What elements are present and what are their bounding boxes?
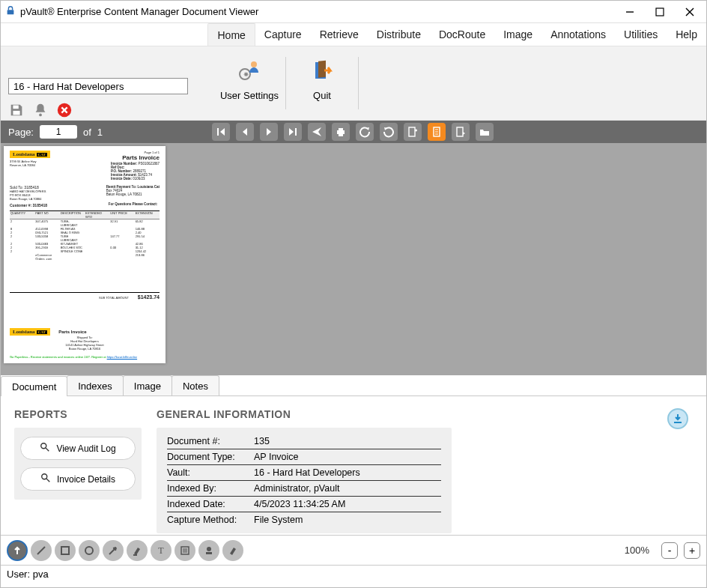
nav-folder-button[interactable]: [476, 123, 494, 141]
nav-first-button[interactable]: [212, 123, 230, 141]
annotation-toolbar: T 100% - +: [1, 535, 706, 565]
save-icon[interactable]: [8, 102, 25, 121]
doc-heading: Parts Invoice: [111, 154, 160, 161]
svg-rect-18: [409, 127, 415, 136]
page-of-label: of: [83, 127, 91, 138]
info-panel: REPORTS View Audit Log Invoice Details G…: [1, 396, 706, 535]
window-title: pVault® Enterprise Content Manager Docum…: [20, 6, 258, 17]
doc-brand: Louisiana CAT: [10, 151, 50, 158]
menu-home[interactable]: Home: [207, 23, 255, 46]
menu-retrieve[interactable]: Retrieve: [311, 23, 368, 46]
menu-distribute[interactable]: Distribute: [368, 23, 430, 46]
tab-document[interactable]: Document: [1, 376, 67, 396]
nav-page-current-button[interactable]: [428, 123, 446, 141]
svg-point-31: [85, 547, 93, 554]
quit-label: Quit: [313, 90, 331, 101]
zoom-out-button[interactable]: -: [661, 542, 678, 559]
doc-addr: 3799 W. Airline HwyReserve, LA 70084: [10, 160, 50, 167]
anno-redact-button[interactable]: [222, 540, 243, 561]
nav-print-button[interactable]: [332, 123, 350, 141]
svg-rect-6: [13, 110, 19, 115]
menu-docroute[interactable]: DocRoute: [430, 23, 494, 46]
svg-rect-40: [206, 552, 212, 554]
menu-capture[interactable]: Capture: [255, 23, 311, 46]
nav-next-button[interactable]: [260, 123, 278, 141]
anno-highlight-button[interactable]: [127, 540, 148, 561]
general-info-header: GENERAL INFORMATION: [157, 408, 452, 420]
bell-icon[interactable]: [32, 102, 49, 121]
svg-point-7: [39, 113, 42, 116]
menu-image[interactable]: Image: [494, 23, 541, 46]
quit-button[interactable]: Quit: [286, 51, 358, 115]
document-page-thumbnail[interactable]: Louisiana CAT 3799 W. Airline HwyReserve…: [4, 146, 166, 363]
row-capture-method: Capture Method:File System: [167, 512, 441, 527]
anno-text-button[interactable]: T: [151, 540, 172, 561]
menu-annotations[interactable]: Annotations: [541, 23, 615, 46]
anno-note-button[interactable]: [175, 540, 195, 561]
document-viewport[interactable]: Louisiana CAT 3799 W. Airline HwyReserve…: [1, 143, 706, 375]
svg-line-27: [46, 479, 49, 482]
anno-circle-button[interactable]: [79, 540, 100, 561]
svg-point-26: [42, 474, 47, 479]
lock-icon: [5, 5, 16, 18]
nav-page-export-button[interactable]: [452, 123, 470, 141]
anno-stamp-button[interactable]: [198, 540, 219, 561]
tab-notes[interactable]: Notes: [172, 375, 219, 395]
maximize-button[interactable]: [652, 4, 667, 19]
status-bar: User: pva: [1, 565, 706, 583]
svg-rect-23: [457, 127, 463, 136]
doc-fields: Invoice Number: PS010621867 Ref Doc: P.O…: [111, 162, 160, 181]
nav-rotate-cw-button[interactable]: [380, 123, 398, 141]
user-settings-button[interactable]: User Settings: [213, 51, 285, 115]
doc-remit: Remit Payment To: Louisiana Cat Box 7402…: [106, 185, 160, 207]
anno-rect-button[interactable]: [55, 540, 76, 561]
tab-indexes[interactable]: Indexes: [67, 375, 124, 395]
doc-line-item: eCommerce Orders .com213.86: [10, 253, 160, 261]
download-button[interactable]: [667, 408, 688, 429]
anno-pointer-button[interactable]: [7, 540, 28, 561]
invoice-details-label: Invoice Details: [57, 474, 115, 485]
search-icon: [40, 473, 51, 485]
nav-last-button[interactable]: [284, 123, 302, 141]
svg-rect-2: [656, 8, 664, 16]
page-current-input[interactable]: [40, 125, 77, 139]
zoom-in-button[interactable]: +: [684, 542, 700, 559]
page-label: Page:: [8, 127, 34, 138]
ribbon: User Settings Quit: [1, 46, 706, 121]
row-document-type: Document Type:AP Invoice: [167, 449, 441, 465]
svg-point-39: [207, 547, 211, 551]
nav-prev-button[interactable]: [236, 123, 254, 141]
view-audit-log-label: View Audit Log: [56, 443, 115, 454]
minimize-button[interactable]: [622, 4, 637, 19]
row-document-number: Document #:135: [167, 434, 441, 449]
svg-point-24: [41, 443, 46, 449]
menubar: Home Capture Retrieve Distribute DocRout…: [1, 23, 706, 46]
view-audit-log-button[interactable]: View Audit Log: [20, 437, 136, 460]
menu-help[interactable]: Help: [667, 23, 706, 46]
nav-send-button[interactable]: [308, 123, 326, 141]
doc-total: SUB TOTAL AMOUNT $1423.74: [10, 292, 160, 300]
svg-rect-0: [7, 10, 14, 14]
menu-utilities[interactable]: Utilities: [615, 23, 667, 46]
zoom-level: 100%: [625, 545, 649, 556]
nav-rotate-ccw-button[interactable]: [356, 123, 374, 141]
anno-arrow-button[interactable]: [103, 540, 124, 561]
job-select-input[interactable]: [8, 78, 188, 94]
row-indexed-date: Indexed Date:4/5/2023 11:34:25 AM: [167, 497, 441, 512]
reports-header: REPORTS: [14, 408, 142, 420]
doc-line-items: QUANTITYPART NODESCRIPTIONEXTENDED WTDUN…: [10, 210, 160, 261]
close-button[interactable]: [682, 4, 697, 19]
svg-text:T: T: [158, 545, 164, 556]
doc-sold-to: Sold To: 3185418 HARD HAT DEVELOPERS PO …: [10, 185, 47, 207]
invoice-details-button[interactable]: Invoice Details: [20, 467, 136, 491]
anno-line-button[interactable]: [31, 540, 52, 561]
svg-rect-30: [61, 547, 69, 554]
general-info-box: Document #:135 Document Type:AP Invoice …: [157, 428, 452, 533]
row-vault: Vault:16 - Hard Hat Developers: [167, 465, 441, 481]
delete-icon[interactable]: [56, 102, 73, 121]
user-settings-icon: [237, 54, 262, 87]
nav-page-add-button[interactable]: [404, 123, 422, 141]
svg-rect-17: [339, 133, 343, 136]
svg-point-12: [251, 61, 257, 67]
tab-image[interactable]: Image: [123, 375, 172, 395]
